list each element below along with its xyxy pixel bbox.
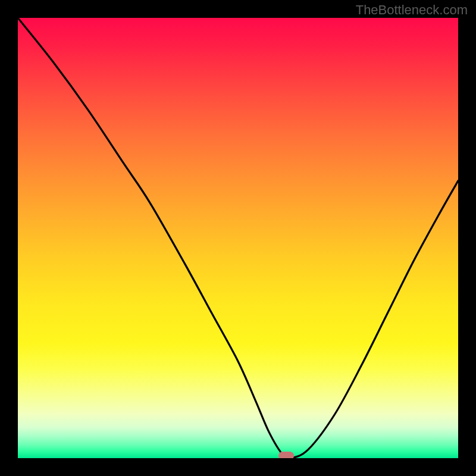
- bottleneck-curve: [18, 18, 458, 458]
- chart-plot-area: [18, 18, 458, 458]
- chart-curve-svg: [18, 18, 458, 458]
- optimal-point-marker: [278, 452, 294, 458]
- watermark-text: TheBottleneck.com: [356, 2, 468, 18]
